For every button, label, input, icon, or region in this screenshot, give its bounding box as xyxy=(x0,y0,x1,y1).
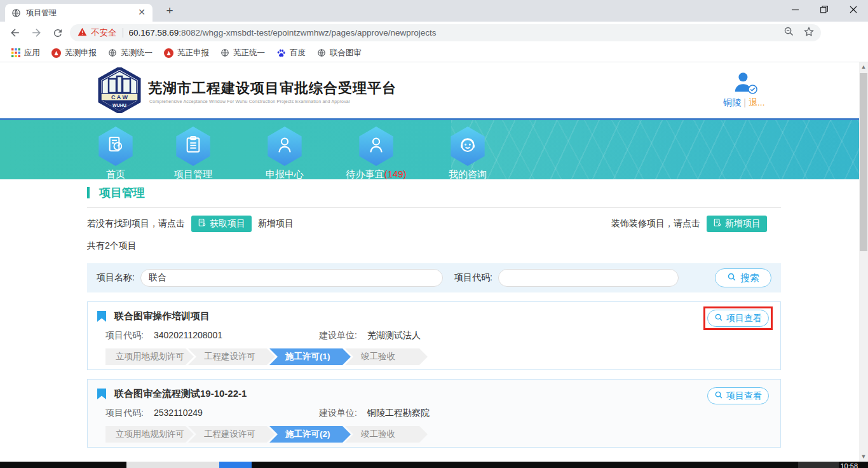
step-completion-acceptance: 竣工验收 xyxy=(345,348,428,365)
fetch-hint-text: 若没有找到项目，请点击 xyxy=(87,218,185,230)
taskbar-active-item[interactable] xyxy=(219,462,252,468)
bookmark-wuzheng-tongyi[interactable]: 芜正统一 xyxy=(220,48,265,59)
step-work-permit-active: 施工许可(1) xyxy=(269,348,351,365)
approval-steps: 立项用地规划许可 工程建设许可 施工许可(1) 竣工验收 xyxy=(105,348,771,365)
main-navigation: 首页 项目管理 申报中心 xyxy=(0,118,868,179)
back-icon[interactable] xyxy=(8,26,22,40)
site-header: C A W WUHU 芜湖市工程建设项目审批综合受理平台 Comprehensi… xyxy=(0,62,868,118)
window-close-button[interactable] xyxy=(839,0,868,19)
apps-grid-icon xyxy=(11,48,20,57)
project-card: 联合图审全流程测试19-10-22-1 项目查看 项目代码: 253211024… xyxy=(87,379,781,448)
bookmark-wuce-shenbao[interactable]: 芜测申报 xyxy=(51,48,97,59)
windows-taskbar-sliver: 10:58 xyxy=(0,462,868,468)
section-title-row: 项目管理 xyxy=(87,184,781,201)
nav-item-consultation[interactable]: 我的咨询 xyxy=(426,127,509,179)
project-name-label: 项目名称: xyxy=(97,272,135,284)
nav-item-declaration-center[interactable]: 申报中心 xyxy=(243,127,326,179)
window-minimize-button[interactable] xyxy=(780,0,810,19)
bookmark-lianhe-tushen[interactable]: 联合图审 xyxy=(317,48,362,59)
zoom-out-icon[interactable] xyxy=(783,26,794,39)
project-code-input[interactable] xyxy=(498,269,679,287)
scrollbar-down-arrow-icon[interactable]: ▼ xyxy=(859,452,868,462)
tab-close-icon[interactable]: ✕ xyxy=(136,7,147,18)
bookmark-apps[interactable]: 应用 xyxy=(11,48,40,59)
nav-label: 我的咨询 xyxy=(426,169,509,179)
window-restore-button[interactable] xyxy=(810,0,839,19)
build-unit-label: 建设单位: xyxy=(319,408,367,419)
globe-icon xyxy=(108,48,117,57)
bookmark-flag-icon xyxy=(97,389,106,399)
forward-icon[interactable] xyxy=(29,26,43,40)
scrollbar-thumb[interactable] xyxy=(860,73,867,251)
build-unit-value: 铜陵工程勘察院 xyxy=(367,408,430,419)
reload-icon[interactable] xyxy=(51,26,65,40)
project-info-row: 项目代码: 34020211208001 建设单位: 芜湖测试法人 xyxy=(105,330,771,341)
page-scrollbar[interactable]: ▲ ▼ xyxy=(859,62,868,462)
add-project-text-link[interactable]: 新增项目 xyxy=(258,218,294,230)
add-project-button[interactable]: 新增项目 xyxy=(707,216,767,232)
scrollbar-up-arrow-icon[interactable]: ▲ xyxy=(859,62,868,72)
username-text[interactable]: 铜陵 xyxy=(723,97,741,107)
decoration-hint-text: 装饰装修项目，请点击 xyxy=(611,218,700,230)
view-button-wrap: 项目查看 xyxy=(707,310,769,327)
fetch-project-button[interactable]: 获取项目 xyxy=(191,216,252,232)
nav-item-project-management[interactable]: 项目管理 xyxy=(152,127,234,179)
bookmark-star-icon[interactable] xyxy=(803,26,815,40)
content-area: 项目管理 若没有找到项目，请点击 获取项目 新增项目 装饰装修项目，请点击 xyxy=(87,184,781,448)
new-tab-button[interactable]: + xyxy=(161,3,178,19)
taskbar-clock: 10:58 xyxy=(840,462,858,468)
project-hexagon xyxy=(175,127,212,166)
url-text: 60.167.58.69:8082/whgg-xmsbdt-test/epoin… xyxy=(129,28,437,38)
red-badge-icon xyxy=(51,48,61,58)
security-warning-label[interactable]: 不安全 xyxy=(91,27,117,39)
browser-tab-strip: 项目管理 ✕ + xyxy=(0,0,868,22)
project-name-input[interactable] xyxy=(140,269,443,287)
taskbar-tray[interactable] xyxy=(798,462,839,468)
omnibox-url-field[interactable]: 不安全 60.167.58.69:8082/whgg-xmsbdt-test/e… xyxy=(70,24,821,41)
security-warning-icon xyxy=(78,27,87,39)
red-badge-icon xyxy=(164,48,173,58)
user-avatar-icon[interactable] xyxy=(732,70,756,95)
browser-tab[interactable]: 项目管理 ✕ xyxy=(5,4,153,22)
omnibox-divider xyxy=(123,28,123,38)
project-code-value: 2532110249 xyxy=(154,408,319,419)
consultation-hexagon xyxy=(449,127,486,166)
tab-title: 项目管理 xyxy=(26,8,136,18)
user-line: 铜陵|退... xyxy=(715,97,773,109)
nav-item-todo[interactable]: 待办事宜(149) xyxy=(335,127,417,179)
nav-label: 项目管理 xyxy=(152,169,234,179)
bookmark-baidu[interactable]: 百度 xyxy=(276,48,306,59)
bookmark-wuzheng-shenbao[interactable]: 芜正申报 xyxy=(164,48,209,59)
web-page: C A W WUHU 芜湖市工程建设项目审批综合受理平台 Comprehensi… xyxy=(0,62,868,462)
search-icon xyxy=(727,272,736,284)
person-icon xyxy=(275,135,295,158)
build-unit-value: 芜湖测试法人 xyxy=(367,330,421,341)
hint-right: 装饰装修项目，请点击 新增项目 xyxy=(611,216,781,232)
person-icon xyxy=(366,135,386,158)
globe-icon xyxy=(220,48,229,57)
page-title: 项目管理 xyxy=(99,185,145,200)
project-info-row: 项目代码: 2532110249 建设单位: 铜陵工程勘察院 xyxy=(105,408,771,419)
red-highlight-frame xyxy=(703,306,773,330)
nav-label: 首页 xyxy=(74,169,157,179)
nav-label: 待办事宜(149) xyxy=(335,169,417,179)
document-plus-icon xyxy=(198,218,207,229)
project-count-text: 共有2个项目 xyxy=(87,240,781,252)
step-land-planning: 立项用地规划许可 xyxy=(105,426,194,443)
step-construction-permit: 工程建设许可 xyxy=(188,426,275,443)
home-hexagon xyxy=(97,127,134,166)
bookmark-wuce-tongyi[interactable]: 芜测统一 xyxy=(108,48,153,59)
clipboard-list-icon xyxy=(183,135,203,158)
project-title: 联合图审操作培训项目 xyxy=(114,310,210,322)
site-title: 芜湖市工程建设项目审批综合受理平台 xyxy=(148,79,397,98)
step-construction-permit: 工程建设许可 xyxy=(188,348,275,365)
todo-hexagon xyxy=(358,127,395,166)
logo-caw-text: C A W xyxy=(111,94,128,100)
logout-link[interactable]: 退... xyxy=(749,97,765,107)
project-view-button[interactable]: 项目查看 xyxy=(707,387,769,404)
approval-steps: 立项用地规划许可 工程建设许可 施工许可(2) 竣工验收 xyxy=(105,426,771,443)
taskbar-item[interactable] xyxy=(126,462,219,468)
browser-address-bar: 不安全 60.167.58.69:8082/whgg-xmsbdt-test/e… xyxy=(0,22,868,44)
nav-item-home[interactable]: 首页 xyxy=(74,127,157,179)
search-button[interactable]: 搜索 xyxy=(715,268,771,287)
